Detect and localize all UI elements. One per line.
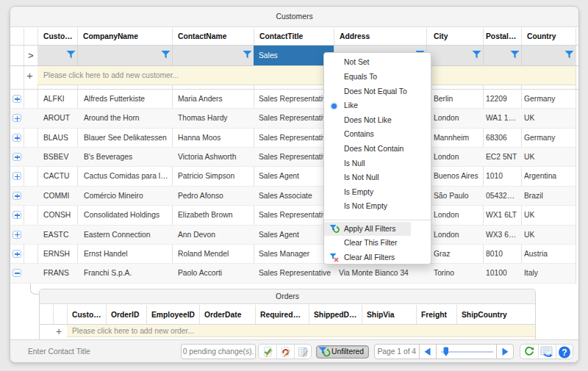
svg-text:?: ?	[562, 347, 567, 358]
